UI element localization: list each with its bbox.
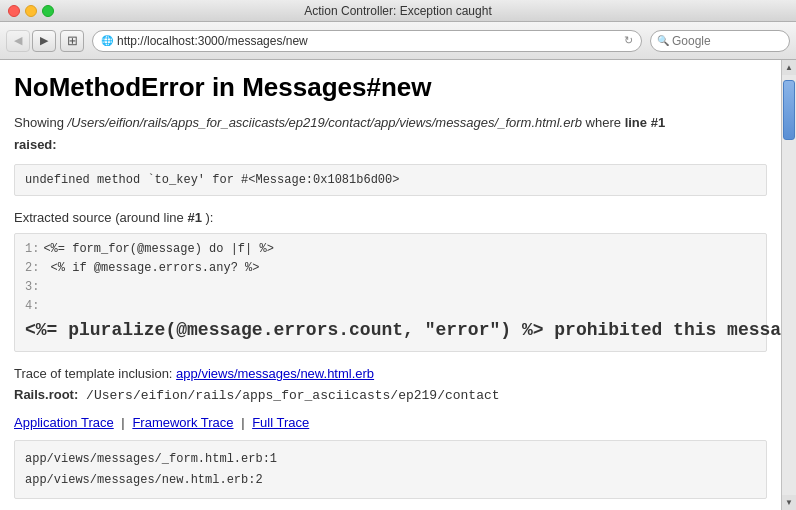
full-trace-link[interactable]: Full Trace xyxy=(252,415,309,430)
back-button[interactable]: ◀ xyxy=(6,30,30,52)
close-button[interactable] xyxy=(8,5,20,17)
showing-line-label: line xyxy=(625,115,647,130)
reload-button[interactable]: ⊞ xyxy=(60,30,84,52)
source-line: 4: <%= pluralize(@message.errors.count, … xyxy=(25,297,756,345)
trace-item: app/views/messages/_form.html.erb:1 xyxy=(25,449,756,469)
scroll-track xyxy=(782,75,796,495)
extracted-close: ): xyxy=(206,210,214,225)
minimize-button[interactable] xyxy=(25,5,37,17)
showing-where: where xyxy=(586,115,625,130)
globe-icon: 🌐 xyxy=(101,35,113,46)
error-message: undefined method `to_key' for #<Message:… xyxy=(25,173,399,187)
scroll-down-arrow[interactable]: ▼ xyxy=(782,495,797,510)
search-icon: 🔍 xyxy=(657,35,669,46)
extracted-line-num: #1 xyxy=(187,210,201,225)
window-buttons xyxy=(8,5,54,17)
trace-template-label: Trace of template inclusion: xyxy=(14,366,172,381)
rails-root-path: /Users/eifion/rails/apps_for_asciicasts/… xyxy=(86,388,499,403)
source-line: 3: xyxy=(25,278,756,297)
reload-icon: ⊞ xyxy=(67,33,78,48)
refresh-icon[interactable]: ↻ xyxy=(624,34,633,47)
nav-group: ◀ ▶ xyxy=(6,30,56,52)
toolbar: ◀ ▶ ⊞ 🌐 ↻ 🔍 xyxy=(0,22,796,60)
scrollbar: ▲ ▼ xyxy=(781,60,796,510)
trace-links: Application Trace | Framework Trace | Fu… xyxy=(14,415,767,430)
rails-root: Rails.root: /Users/eifion/rails/apps_for… xyxy=(14,387,767,403)
window-title: Action Controller: Exception caught xyxy=(304,4,491,18)
trace-template-path[interactable]: app/views/messages/new.html.erb xyxy=(176,366,374,381)
framework-trace-link[interactable]: Framework Trace xyxy=(132,415,233,430)
separator-1: | xyxy=(121,415,124,430)
error-title: NoMethodError in Messages#new xyxy=(14,72,767,103)
title-bar: Action Controller: Exception caught xyxy=(0,0,796,22)
address-input[interactable] xyxy=(117,34,620,48)
scroll-thumb[interactable] xyxy=(783,80,795,140)
browser-content: NoMethodError in Messages#new Showing /U… xyxy=(0,60,796,510)
trace-template-info: Trace of template inclusion: app/views/m… xyxy=(14,366,767,381)
source-line: 1:<%= form_for(@message) do |f| %> xyxy=(25,240,756,259)
trace-output: app/views/messages/_form.html.erb:1app/v… xyxy=(14,440,767,499)
separator-2: | xyxy=(241,415,244,430)
search-bar[interactable]: 🔍 xyxy=(650,30,790,52)
scroll-up-arrow[interactable]: ▲ xyxy=(782,60,797,75)
extracted-source-title: Extracted source (around line #1 ): xyxy=(14,210,767,225)
rails-root-label: Rails.root: xyxy=(14,387,78,402)
address-bar[interactable]: 🌐 ↻ xyxy=(92,30,642,52)
trace-item: app/views/messages/new.html.erb:2 xyxy=(25,470,756,490)
search-input[interactable] xyxy=(672,34,772,48)
source-line: 2: <% if @message.errors.any? %> xyxy=(25,259,756,278)
extracted-label: Extracted source (around line xyxy=(14,210,184,225)
application-trace-link[interactable]: Application Trace xyxy=(14,415,114,430)
showing-path: /Users/eifion/rails/apps_for_asciicasts/… xyxy=(68,115,582,130)
showing-line-number: #1 xyxy=(651,115,665,130)
source-block: 1:<%= form_for(@message) do |f| %>2: <% … xyxy=(14,233,767,353)
showing-line: Showing /Users/eifion/rails/apps_for_asc… xyxy=(14,113,767,133)
error-message-block: undefined method `to_key' for #<Message:… xyxy=(14,164,767,196)
maximize-button[interactable] xyxy=(42,5,54,17)
showing-label: Showing xyxy=(14,115,64,130)
raised-label: raised: xyxy=(14,137,767,152)
forward-button[interactable]: ▶ xyxy=(32,30,56,52)
page-area: NoMethodError in Messages#new Showing /U… xyxy=(0,60,781,510)
